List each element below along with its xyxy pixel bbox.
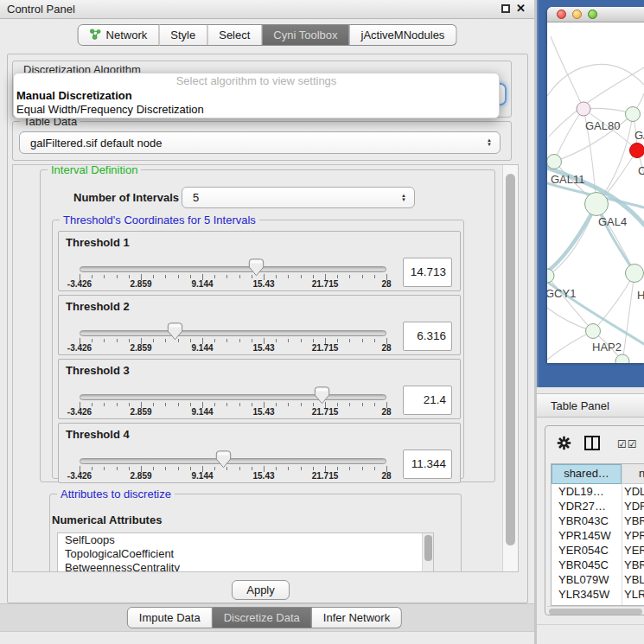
attribute-item-selfloops[interactable]: SelfLoops (58, 533, 433, 547)
slider-tick (153, 275, 154, 278)
network-node[interactable] (630, 143, 644, 158)
node-table[interactable]: shared… na YDL19…YDL1YDR27…YDR2YBR043CYB… (551, 463, 644, 606)
table-hscrollbar[interactable] (547, 606, 644, 615)
network-edge (547, 276, 593, 331)
slider-track[interactable] (80, 394, 386, 400)
close-icon[interactable]: ✕ (516, 2, 526, 15)
network-node[interactable] (626, 265, 644, 283)
slider-thumb[interactable] (248, 258, 265, 277)
close-traffic-light-icon[interactable] (557, 10, 566, 19)
cell-name: YDR2 (624, 499, 644, 513)
cell-name: YDL1 (624, 484, 644, 499)
slider-tick-label: 21.715 (303, 279, 347, 289)
float-window-icon[interactable] (501, 4, 510, 13)
num-intervals-value: 5 (193, 191, 199, 204)
slider-thumb[interactable] (167, 322, 183, 341)
zoom-traffic-light-icon[interactable] (588, 10, 597, 19)
node-table-header: shared… na (552, 464, 644, 484)
slider-tick (117, 339, 118, 342)
cell-name: YLR3 (624, 587, 644, 602)
attributes-list[interactable]: SelfLoopsTopologicalCoefficientBetweenne… (57, 532, 434, 572)
gear-icon[interactable] (557, 436, 571, 450)
network-node[interactable] (586, 324, 601, 339)
threshold-value-field[interactable]: 6.316 (403, 322, 452, 351)
apply-button[interactable]: Apply (232, 580, 290, 600)
attribute-item-betweennesscentrality[interactable]: BetweennessCentrality (58, 561, 433, 572)
threshold-box-1: Threshold 1-3.4262.8599.14415.4321.71528… (58, 231, 461, 291)
settings-scrollbar[interactable] (502, 165, 518, 571)
tab-label: jActiveMNodules (361, 29, 445, 41)
slider-tick (92, 467, 92, 470)
attributes-list-scrollbar[interactable] (422, 533, 433, 572)
dropdown-option-equal-width-frequency[interactable]: Equal Width/Frequency Discretization (14, 103, 499, 117)
bottom-tab-discretize-data[interactable]: Discretize Data (213, 607, 312, 628)
slider-tick (214, 339, 215, 342)
bottom-tab-infer-network[interactable]: Infer Network (312, 607, 402, 628)
table-row[interactable]: YLR345WYLR3 (552, 587, 644, 602)
table-row[interactable]: YDL19…YDL1 (552, 484, 644, 499)
slider-track[interactable] (80, 266, 386, 272)
tab-jactivemnodules[interactable]: jActiveMNodules (350, 24, 457, 46)
column-header-shared-name[interactable]: shared… (552, 464, 622, 484)
num-intervals-label: Number of Intervals (73, 191, 179, 204)
settings-scroll-thumb[interactable] (506, 174, 515, 545)
checkbox-columns-icon[interactable]: ☑☑ (617, 438, 638, 450)
slider-tick (165, 467, 166, 470)
network-node[interactable] (547, 269, 554, 283)
control-panel-title: Control Panel (7, 3, 75, 16)
slider-thumb[interactable] (215, 450, 232, 469)
slider-thumb[interactable] (314, 386, 330, 405)
threshold-box-3: Threshold 3-3.4262.8599.14415.4321.71528… (58, 359, 461, 419)
dropdown-placeholder-item[interactable]: Select algorithm to view settings (14, 73, 499, 89)
slider-track[interactable] (80, 458, 386, 464)
attributes-list-scroll-thumb[interactable] (424, 535, 432, 561)
slider-tick (190, 339, 191, 342)
slider-tick (92, 339, 92, 342)
threshold-value-field[interactable]: 14.713 (403, 258, 452, 287)
slider-tick-label: 21.715 (303, 471, 347, 481)
tab-style[interactable]: Style (159, 24, 207, 46)
bottom-tab-impute-data[interactable]: Impute Data (127, 607, 213, 628)
table-hscroll-thumb[interactable] (549, 609, 642, 615)
table-row[interactable]: YBR045CYBR0 (552, 558, 644, 572)
slider-track[interactable] (80, 330, 386, 336)
attribute-item-topologicalcoefficient[interactable]: TopologicalCoefficient (58, 547, 433, 561)
network-node[interactable] (577, 102, 590, 116)
cell-name: YPR1 (624, 528, 644, 543)
table-row[interactable]: YER054CYER0 (552, 543, 644, 558)
slider-tick (362, 403, 363, 406)
table-row[interactable]: YBR043CYBR0 (552, 513, 644, 528)
dropdown-option-manual-discretization[interactable]: Manual Discretization (14, 89, 499, 103)
network-icon (90, 29, 102, 42)
network-canvas[interactable]: GAL80GACGAL11GAL4GCY1HHAP2 (547, 22, 644, 363)
columns-icon[interactable] (584, 436, 600, 450)
table-row[interactable]: YPR145WYPR1 (552, 528, 644, 543)
tab-cyni-toolbox[interactable]: Cyni Toolbox (262, 24, 349, 46)
slider-tick (129, 339, 130, 342)
network-window-titlebar[interactable] (547, 7, 644, 22)
table-row[interactable]: YDR27…YDR2 (552, 499, 644, 513)
network-node[interactable] (585, 193, 609, 216)
table-data-combo[interactable]: galFiltered.sif default node ▲▼ (19, 131, 501, 154)
tab-label: Style (170, 29, 195, 41)
combo-stepper-icon: ▲▼ (487, 138, 492, 147)
threshold-value-field[interactable]: 11.344 (403, 450, 452, 479)
network-frame-highlight (537, 0, 539, 387)
slider-tick (374, 403, 375, 406)
slider-tick-label: 21.715 (303, 407, 347, 417)
num-intervals-combo[interactable]: 5 ▲▼ (182, 187, 415, 208)
table-row[interactable]: YBL079WYBL0 (552, 572, 644, 587)
slider-tick (362, 339, 363, 342)
network-node-label: C (638, 164, 644, 177)
tab-select[interactable]: Select (207, 24, 262, 46)
threshold-value-field[interactable]: 21.4 (403, 386, 452, 415)
cell-name: YBR0 (624, 558, 644, 572)
minimize-traffic-light-icon[interactable] (572, 10, 582, 19)
tab-network[interactable]: Network (78, 24, 160, 46)
network-node[interactable] (626, 107, 641, 122)
slider-tick (214, 275, 215, 278)
column-header-name[interactable]: na (622, 464, 644, 484)
slider-tick (104, 467, 105, 470)
network-node[interactable] (547, 155, 562, 169)
bottom-tab-bar: Impute DataDiscretize DataInfer Network (127, 607, 402, 628)
